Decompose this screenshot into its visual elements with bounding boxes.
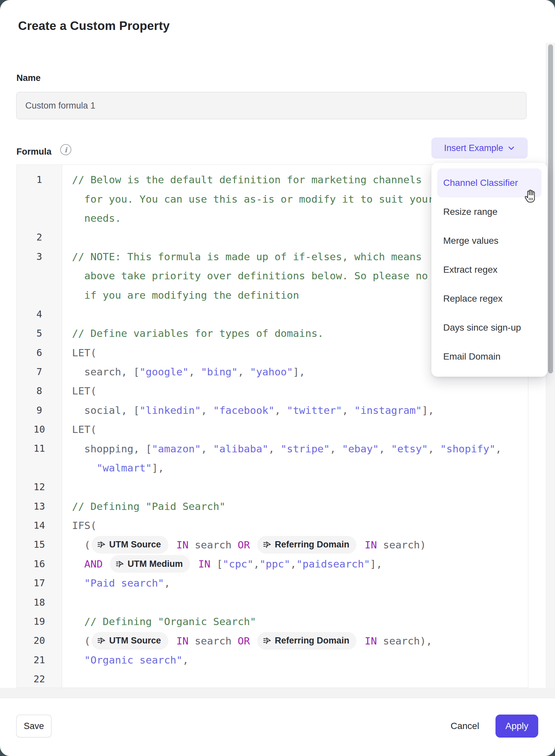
property-chip-utm-source[interactable]: UTM Source — [91, 536, 168, 554]
code-comment: // NOTE: This formula is made up of if-e… — [72, 251, 428, 263]
line-number: 9 — [17, 401, 62, 420]
code-keyword: IN — [198, 558, 210, 570]
code-text: , — [238, 366, 250, 378]
name-input[interactable] — [16, 92, 527, 119]
property-icon — [262, 636, 271, 645]
code-comment: // Below is the default definition for m… — [72, 174, 422, 186]
code-string: "amazon" — [152, 443, 201, 455]
code-row[interactable]: LET( — [72, 420, 528, 439]
code-string: "Paid search" — [84, 577, 164, 589]
line-number: 16 — [17, 554, 62, 573]
apply-button[interactable]: Apply — [496, 715, 538, 738]
code-row[interactable]: AND UTM Medium IN ["cpc","ppc","paidsear… — [72, 554, 528, 573]
line-number: 18 — [17, 593, 62, 612]
code-string: "cpc" — [223, 558, 253, 570]
code-text: search — [189, 539, 238, 551]
code-string: "ebay" — [342, 443, 379, 455]
code-string: "bing" — [201, 366, 238, 378]
code-keyword: IN — [176, 539, 188, 551]
code-text: [ — [210, 558, 223, 570]
code-text: , — [290, 558, 297, 570]
menu-item-days-since-sign-up[interactable]: Days since sign-up — [437, 313, 542, 342]
code-row[interactable]: social, ["linkedin", "facebook", "twitte… — [72, 401, 528, 420]
code-row[interactable]: (UTM Source IN search OR Referring Domai… — [72, 535, 528, 554]
code-string: "etsy" — [391, 443, 428, 455]
code-row[interactable] — [72, 593, 528, 612]
code-text — [72, 615, 84, 627]
code-text: shopping, [ — [72, 443, 152, 455]
code-row[interactable] — [72, 670, 528, 687]
code-row[interactable]: "walmart"], — [72, 458, 528, 477]
code-text: , — [201, 443, 213, 455]
cancel-button[interactable]: Cancel — [442, 715, 488, 738]
menu-item-merge-values[interactable]: Merge values — [437, 226, 542, 255]
code-string: "stripe" — [281, 443, 330, 455]
code-string: "shopify" — [440, 443, 496, 455]
code-row[interactable]: // Defining "Paid Search" — [72, 497, 528, 516]
code-text — [72, 654, 84, 666]
line-number: 4 — [17, 305, 62, 324]
code-comment: for you. You can use this as-is or modif… — [72, 193, 434, 205]
code-text: LET( — [72, 347, 97, 359]
info-icon[interactable]: i — [60, 144, 71, 155]
code-text: social, [ — [72, 404, 139, 416]
code-text: search — [189, 635, 238, 647]
code-string: "ppc" — [259, 558, 290, 570]
line-number: 20 — [17, 631, 62, 650]
line-number — [17, 189, 62, 208]
property-chip-referring-domain[interactable]: Referring Domain — [257, 632, 357, 650]
code-string: "Organic search" — [84, 654, 182, 666]
code-text: IFS( — [72, 519, 97, 531]
line-number-gutter: 12345678910111213141516171819202122 — [17, 165, 62, 687]
code-keyword: IN — [365, 539, 377, 551]
code-text: search) — [377, 539, 426, 551]
code-row[interactable]: IFS( — [72, 516, 528, 535]
code-text — [102, 558, 109, 570]
insert-example-label: Insert Example — [444, 143, 503, 153]
line-number — [17, 458, 62, 477]
code-row[interactable]: (UTM Source IN search OR Referring Domai… — [72, 631, 528, 650]
code-row[interactable]: LET( — [72, 381, 528, 400]
code-row[interactable]: "Organic search", — [72, 650, 528, 670]
property-icon — [97, 636, 105, 645]
code-text: , — [428, 443, 440, 455]
code-text — [250, 635, 256, 647]
code-keyword: IN — [365, 635, 377, 647]
menu-item-channel-classifier[interactable]: Channel Classifier — [437, 168, 542, 197]
code-row[interactable]: "Paid search", — [72, 573, 528, 593]
code-text: , — [342, 404, 354, 416]
menu-item-extract-regex[interactable]: Extract regex — [437, 255, 542, 284]
scrollbar-thumb[interactable] — [548, 44, 553, 373]
code-text: search, [ — [72, 366, 139, 378]
code-text: LET( — [72, 385, 97, 397]
menu-item-replace-regex[interactable]: Replace regex — [437, 284, 542, 313]
line-number: 2 — [17, 228, 62, 247]
insert-example-button[interactable]: Insert Example — [431, 137, 528, 159]
code-string: "alibaba" — [213, 443, 268, 455]
code-comment: // Defining "Organic Search" — [84, 615, 256, 627]
line-number: 15 — [17, 535, 62, 554]
property-chip-label: UTM Medium — [128, 559, 183, 569]
code-keyword: OR — [238, 539, 250, 551]
code-text: ], — [152, 462, 164, 474]
code-row[interactable]: // Defining "Organic Search" — [72, 612, 528, 631]
property-icon — [97, 540, 105, 549]
property-chip-utm-medium[interactable]: UTM Medium — [110, 555, 190, 573]
code-row[interactable] — [72, 477, 528, 496]
code-comment: // Defining "Paid Search" — [72, 501, 225, 512]
property-icon — [115, 560, 124, 568]
code-string: "google" — [139, 366, 188, 378]
code-string: "yahoo" — [250, 366, 293, 378]
property-chip-referring-domain[interactable]: Referring Domain — [257, 536, 357, 554]
line-number: 19 — [17, 612, 62, 631]
property-chip-utm-source[interactable]: UTM Source — [91, 632, 168, 650]
code-text: , — [496, 443, 502, 455]
menu-item-resize-range[interactable]: Resize range — [437, 197, 542, 226]
code-text — [170, 539, 177, 551]
code-comment: above take priority over definitions bel… — [72, 270, 428, 282]
code-row[interactable]: shopping, ["amazon", "alibaba", "stripe"… — [72, 439, 528, 458]
insert-example-menu: Channel ClassifierResize rangeMerge valu… — [431, 163, 547, 377]
menu-item-email-domain[interactable]: Email Domain — [437, 342, 542, 371]
save-button[interactable]: Save — [16, 715, 52, 738]
code-text — [72, 462, 97, 474]
